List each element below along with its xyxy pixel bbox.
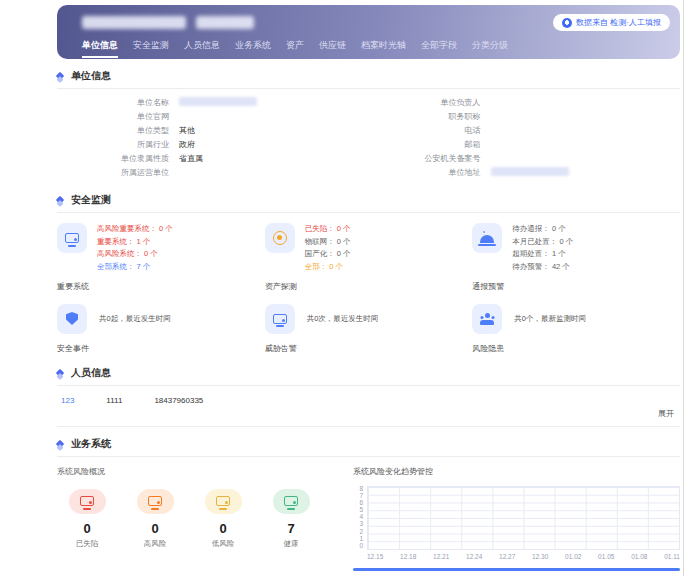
card-icon-box <box>472 223 502 253</box>
stat-label: 健康 <box>261 539 321 549</box>
section-title: 业务系统 <box>71 437 111 451</box>
field-label: 单位类型 <box>57 125 169 136</box>
field-label: 邮箱 <box>369 139 481 150</box>
stat-icon-pill <box>205 489 242 514</box>
security-card: 已失陷： 0 个物联网： 0 个国产化： 0 个全部： 0 个资产探测 <box>265 223 473 292</box>
unit-field-row: 所属运营单位 <box>57 167 369 178</box>
field-label: 单位名称 <box>57 97 169 108</box>
section-unit-info: 单位信息 单位名称单位官网单位类型其他所属行业政府单位隶属性质省直属所属运营单位… <box>57 67 680 183</box>
header-tab[interactable]: 分类分级 <box>472 39 508 58</box>
data-source-badge[interactable]: 数据来自 检测·人工填报 <box>553 14 670 31</box>
field-label: 单位隶属性质 <box>57 153 169 164</box>
card-stats: 待办通报： 0 个本月已处置： 0 个超期处置： 1 个待办预警： 42 个 <box>512 223 573 272</box>
field-label: 单位地址 <box>369 167 481 178</box>
radar-icon <box>273 231 287 245</box>
section-header: 业务系统 <box>57 435 680 457</box>
event-card-content: 共0起，最近发生时间 <box>57 304 265 334</box>
expand-link[interactable]: 展开 <box>658 408 674 419</box>
alarm-icon <box>480 235 494 243</box>
personnel-expand-row: 展开 <box>57 406 680 427</box>
monitor-icon <box>216 496 230 506</box>
event-card-text: 共0次，最近发生时间 <box>307 314 379 324</box>
section-header: 人员信息 <box>57 364 680 386</box>
card-stats: 高风险重要系统： 0 个重要系统： 1 个高风险系统： 0 个全部系统： 7 个 <box>97 223 173 272</box>
stat-line: 高风险重要系统： 0 个 <box>97 224 173 234</box>
header-tab[interactable]: 单位信息 <box>82 39 118 58</box>
header-tab[interactable]: 人员信息 <box>184 39 220 58</box>
x-tick-label: 01.08 <box>631 553 647 560</box>
event-card: 共0起，最近发生时间安全事件 <box>57 304 265 354</box>
security-card-content: 高风险重要系统： 0 个重要系统： 1 个高风险系统： 0 个全部系统： 7 个 <box>57 223 265 272</box>
card-name: 重要系统 <box>57 281 265 292</box>
section-header: 单位信息 <box>57 67 680 89</box>
x-tick-label: 12.24 <box>466 553 482 560</box>
card-name: 威胁告警 <box>265 343 473 354</box>
chart-x-axis: 12.1512.1812.2112.2412.2712.3001.0201.05… <box>367 553 680 560</box>
field-label: 电话 <box>369 125 481 136</box>
field-label: 单位官网 <box>57 111 169 122</box>
card-icon-box <box>472 304 502 334</box>
monitor-icon <box>284 496 298 506</box>
chart-body: 876543210 <box>353 486 680 550</box>
card-icon-box <box>265 304 295 334</box>
header-tab[interactable]: 安全监测 <box>133 39 169 58</box>
section-diamond-icon <box>56 439 64 447</box>
person-phone: 18437960335 <box>154 396 203 405</box>
field-value: 政府 <box>179 139 195 150</box>
stat-line: 待办预警： 42 个 <box>512 262 573 272</box>
event-card-text: 共0起，最近发生时间 <box>99 314 171 324</box>
section-personnel: 人员信息 123 1111 18437960335 展开 <box>57 364 680 427</box>
section-diamond-icon <box>56 368 64 376</box>
header-banner: 数据来自 检测·人工填报 单位信息安全监测人员信息业务系统资产供应链档案时光轴全… <box>57 5 680 59</box>
event-card-content: 共0次，最近发生时间 <box>265 304 473 334</box>
header-tab[interactable]: 业务系统 <box>235 39 271 58</box>
person-name-link[interactable]: 123 <box>61 396 74 405</box>
field-label: 所属运营单位 <box>57 167 169 178</box>
header-tabs: 单位信息安全监测人员信息业务系统资产供应链档案时光轴全部字段分类分级 <box>82 39 670 58</box>
system-risk-stat: 0高风险 <box>125 489 185 549</box>
event-card: 共0个，最新监测时间风险隐患 <box>472 304 680 354</box>
unit-field-row: 电话 <box>369 125 681 136</box>
header-tab[interactable]: 档案时光轴 <box>361 39 406 58</box>
x-tick-label: 12.18 <box>400 553 416 560</box>
redacted-value <box>179 97 257 106</box>
content-canvas: 数据来自 检测·人工填报 单位信息安全监测人员信息业务系统资产供应链档案时光轴全… <box>0 0 684 576</box>
section-diamond-icon <box>56 72 64 80</box>
system-risk-stat: 7健康 <box>261 489 321 549</box>
security-card-content: 待办通报： 0 个本月已处置： 0 个超期处置： 1 个待办预警： 42 个 <box>472 223 680 272</box>
field-value <box>179 97 257 108</box>
stat-line: 物联网： 0 个 <box>305 237 351 247</box>
redacted-unit-name <box>82 16 186 29</box>
header-tab[interactable]: 资产 <box>286 39 304 58</box>
unit-field-row: 所属行业政府 <box>57 139 369 150</box>
unit-field-row: 邮箱 <box>369 139 681 150</box>
field-value: 省直属 <box>179 153 203 164</box>
field-label: 所属行业 <box>57 139 169 150</box>
security-monitor-cards: 高风险重要系统： 0 个重要系统： 1 个高风险系统： 0 个全部系统： 7 个… <box>57 213 680 294</box>
stat-line: 国产化： 0 个 <box>305 249 351 259</box>
stat-value: 0 <box>57 521 117 536</box>
business-systems-body: 系统风险概况 0已失陷0高风险0低风险7健康 系统风险变化趋势管控 876543… <box>57 457 680 571</box>
system-risk-overview: 系统风险概况 0已失陷0高风险0低风险7健康 <box>57 464 333 571</box>
event-card-text: 共0个，最新监测时间 <box>514 314 586 324</box>
security-card: 高风险重要系统： 0 个重要系统： 1 个高风险系统： 0 个全部系统： 7 个… <box>57 223 265 292</box>
stat-icon-pill <box>137 489 174 514</box>
section-title: 人员信息 <box>71 366 111 380</box>
unit-info-form: 单位名称单位官网单位类型其他所属行业政府单位隶属性质省直属所属运营单位 单位负责… <box>57 89 680 183</box>
risk-trend-chart: 系统风险变化趋势管控 876543210 12.1512.1812.2112.2… <box>353 464 680 571</box>
field-value: 其他 <box>179 125 195 136</box>
unit-field-row: 单位类型其他 <box>57 125 369 136</box>
card-name: 安全事件 <box>57 343 265 354</box>
section-title: 安全监测 <box>71 193 111 207</box>
event-card-content: 共0个，最新监测时间 <box>472 304 680 334</box>
security-card-content: 已失陷： 0 个物联网： 0 个国产化： 0 个全部： 0 个 <box>265 223 473 272</box>
header-tab[interactable]: 全部字段 <box>421 39 457 58</box>
field-value <box>491 167 569 178</box>
x-tick-label: 12.30 <box>532 553 548 560</box>
card-name: 资产探测 <box>265 281 473 292</box>
header-tab[interactable]: 供应链 <box>319 39 346 58</box>
x-tick-label: 12.15 <box>367 553 383 560</box>
person-dept: 1111 <box>106 396 122 405</box>
stat-line: 本月已处置： 0 个 <box>512 237 573 247</box>
chart-horizontal-scrollbar[interactable] <box>353 568 680 571</box>
